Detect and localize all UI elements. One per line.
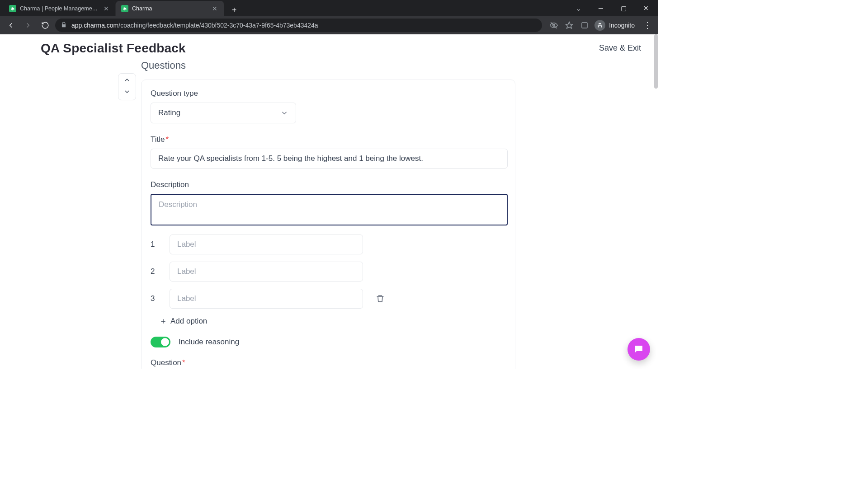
- kebab-menu-icon[interactable]: ⋮: [640, 18, 655, 33]
- add-option-button[interactable]: Add option: [160, 317, 506, 326]
- svg-rect-2: [582, 23, 587, 28]
- rating-option-number: 3: [151, 294, 159, 303]
- required-star: *: [182, 358, 185, 367]
- section-heading: Questions: [141, 60, 658, 71]
- chat-icon: [633, 344, 644, 355]
- tab-strip: ✱ Charma | People Management S ✕ ✱ Charm…: [0, 0, 658, 16]
- close-tab-icon[interactable]: ✕: [103, 5, 110, 12]
- add-option-label: Add option: [170, 317, 207, 326]
- delete-option-icon[interactable]: [376, 294, 385, 303]
- incognito-badge[interactable]: Incognito: [592, 20, 637, 31]
- rating-option-row: 1: [151, 235, 506, 254]
- chevron-down-icon: [280, 109, 288, 117]
- back-icon[interactable]: [4, 18, 18, 33]
- addr-right-icons: [549, 21, 589, 30]
- maximize-icon[interactable]: ▢: [613, 1, 634, 15]
- description-label: Description: [151, 180, 506, 189]
- toggle-knob: [161, 338, 169, 346]
- page-header: QA Specialist Feedback Save & Exit: [0, 34, 658, 62]
- incognito-label: Incognito: [609, 22, 635, 29]
- question-type-value: Rating: [158, 108, 180, 117]
- required-star: *: [166, 135, 169, 144]
- question-type-label: Question type: [151, 89, 506, 98]
- include-reasoning-toggle[interactable]: [151, 337, 170, 347]
- title-input[interactable]: [151, 149, 508, 169]
- close-tab-icon[interactable]: ✕: [211, 5, 218, 12]
- page-title: QA Specialist Feedback: [41, 41, 186, 56]
- rating-option-number: 1: [151, 240, 159, 249]
- reorder-controls: [118, 73, 136, 100]
- extensions-icon[interactable]: [580, 21, 589, 30]
- scrollbar-thumb[interactable]: [654, 34, 658, 89]
- address-bar: app.charma.com/coaching/feedback/templat…: [0, 16, 658, 34]
- rating-option-number: 2: [151, 267, 159, 276]
- save-and-exit-button[interactable]: Save & Exit: [599, 43, 641, 53]
- page-viewport: QA Specialist Feedback Save & Exit Quest…: [0, 34, 658, 369]
- tab-title: Charma: [132, 5, 208, 12]
- minimize-icon[interactable]: ─: [590, 1, 611, 15]
- tab-title: Charma | People Management S: [20, 5, 99, 12]
- reload-icon[interactable]: [38, 18, 52, 33]
- url-text: app.charma.com/coaching/feedback/templat…: [71, 22, 318, 29]
- question-type-select[interactable]: Rating: [151, 103, 296, 123]
- eye-off-icon[interactable]: [549, 21, 558, 30]
- favicon: ✱: [121, 5, 128, 12]
- url-field[interactable]: app.charma.com/coaching/feedback/templat…: [55, 19, 542, 32]
- incognito-icon: [594, 20, 605, 31]
- close-window-icon[interactable]: ✕: [636, 1, 656, 15]
- browser-tab-0[interactable]: ✱ Charma | People Management S ✕: [4, 1, 116, 16]
- svg-marker-1: [566, 22, 573, 28]
- move-up-button[interactable]: [123, 76, 131, 85]
- lock-icon: [61, 22, 67, 29]
- new-tab-button[interactable]: +: [228, 4, 241, 16]
- browser-window: ✱ Charma | People Management S ✕ ✱ Charm…: [0, 0, 658, 369]
- intercom-chat-button[interactable]: [627, 338, 650, 361]
- window-controls: ⌄ ─ ▢ ✕: [568, 0, 658, 16]
- forward-icon[interactable]: [21, 18, 35, 33]
- browser-tab-1[interactable]: ✱ Charma ✕: [116, 1, 224, 16]
- include-reasoning-label: Include reasoning: [179, 338, 239, 347]
- bookmark-star-icon[interactable]: [565, 21, 574, 30]
- rating-option-row: 3: [151, 289, 506, 309]
- include-reasoning-row: Include reasoning: [151, 337, 506, 347]
- question-label: Question*: [151, 358, 506, 367]
- plus-icon: [160, 318, 167, 325]
- reasoning-question-block: Question*: [151, 358, 506, 369]
- tab-search-icon[interactable]: ⌄: [568, 1, 589, 15]
- move-down-button[interactable]: [123, 88, 131, 97]
- description-textarea[interactable]: [151, 194, 508, 225]
- rating-option-label-input[interactable]: [170, 262, 363, 282]
- content: Questions Question type Rating Title*: [0, 60, 658, 369]
- vertical-scrollbar[interactable]: [654, 34, 658, 369]
- rating-option-row: 2: [151, 262, 506, 282]
- title-label: Title*: [151, 135, 506, 144]
- rating-option-label-input[interactable]: [170, 289, 363, 309]
- question-card: Question type Rating Title* Description …: [141, 80, 515, 369]
- rating-option-label-input[interactable]: [170, 235, 363, 254]
- favicon: ✱: [9, 5, 16, 12]
